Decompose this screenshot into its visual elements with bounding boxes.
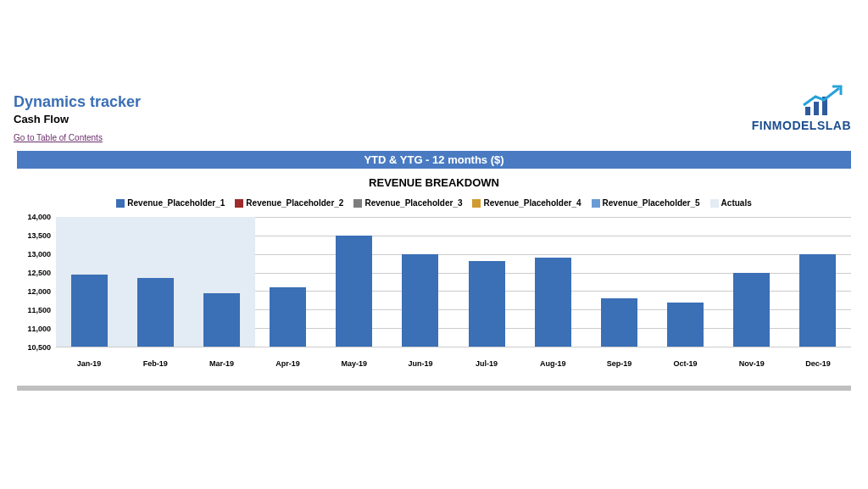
scroll-bar[interactable] bbox=[17, 386, 851, 391]
x-label: Oct-19 bbox=[674, 359, 698, 368]
bar bbox=[535, 258, 571, 347]
y-tick: 11,500 bbox=[27, 306, 51, 314]
bar bbox=[469, 261, 505, 347]
x-label: May-19 bbox=[341, 359, 367, 368]
legend-swatch bbox=[116, 199, 125, 208]
svg-rect-0 bbox=[805, 107, 810, 115]
bar bbox=[601, 298, 637, 347]
y-tick: 12,000 bbox=[27, 287, 51, 296]
toc-link[interactable]: Go to Table of Contents bbox=[14, 133, 103, 142]
legend-swatch bbox=[353, 199, 362, 208]
x-label: Dec-19 bbox=[805, 359, 831, 368]
x-label: Jul-19 bbox=[476, 359, 498, 368]
legend-item: Revenue_Placeholder_2 bbox=[235, 198, 343, 208]
y-tick: 12,500 bbox=[27, 269, 51, 277]
legend-item: Revenue_Placeholder_5 bbox=[592, 198, 700, 208]
legend-label: Revenue_Placeholder_5 bbox=[603, 198, 700, 208]
section-bar: YTD & YTG - 12 months ($) bbox=[17, 151, 851, 169]
grid-line bbox=[56, 347, 851, 347]
legend-item: Revenue_Placeholder_1 bbox=[116, 198, 225, 208]
bar bbox=[137, 278, 174, 347]
bar bbox=[336, 236, 372, 347]
x-label: Sep-19 bbox=[607, 359, 632, 368]
x-label: Mar-19 bbox=[209, 359, 234, 368]
x-label: Nov-19 bbox=[739, 359, 765, 368]
legend-item: Revenue_Placeholder_3 bbox=[353, 198, 462, 208]
legend-item: Actuals bbox=[710, 198, 752, 208]
y-tick: 14,000 bbox=[27, 213, 51, 221]
y-axis: 10,50011,00011,50012,00012,50013,00013,5… bbox=[17, 217, 54, 347]
logo: FINMODELSLAB bbox=[752, 85, 851, 132]
legend-label: Revenue_Placeholder_4 bbox=[483, 198, 581, 208]
bar bbox=[799, 254, 836, 347]
x-label: Apr-19 bbox=[275, 359, 300, 368]
bar bbox=[71, 275, 108, 347]
page-title: Dynamics tracker bbox=[14, 93, 854, 111]
y-tick: 13,000 bbox=[27, 250, 51, 258]
bar bbox=[203, 293, 240, 347]
legend-label: Revenue_Placeholder_1 bbox=[127, 198, 225, 208]
x-label: Jan-19 bbox=[77, 359, 102, 368]
y-tick: 13,500 bbox=[27, 231, 51, 240]
x-axis: Jan-19Feb-19Mar-19Apr-19May-19Jun-19Jul-… bbox=[56, 353, 851, 373]
chart-plot bbox=[56, 217, 851, 347]
legend-swatch bbox=[592, 199, 600, 208]
svg-rect-1 bbox=[814, 102, 819, 115]
legend-swatch bbox=[710, 199, 719, 208]
bar bbox=[667, 303, 704, 347]
chart-title: REVENUE BREAKDOWN bbox=[0, 176, 868, 189]
logo-icon bbox=[800, 85, 851, 119]
page-subtitle: Cash Flow bbox=[14, 113, 854, 125]
legend-swatch bbox=[472, 199, 481, 208]
y-tick: 10,500 bbox=[27, 343, 51, 352]
x-label: Feb-19 bbox=[143, 359, 168, 368]
legend-item: Revenue_Placeholder_4 bbox=[472, 198, 581, 208]
bar bbox=[270, 287, 306, 347]
bar bbox=[402, 254, 438, 347]
x-label: Aug-19 bbox=[540, 359, 566, 368]
legend-label: Revenue_Placeholder_2 bbox=[246, 198, 343, 208]
bar bbox=[733, 273, 770, 347]
logo-text: FINMODELSLAB bbox=[752, 119, 851, 132]
legend-label: Actuals bbox=[721, 198, 752, 208]
chart-legend: Revenue_Placeholder_1Revenue_Placeholder… bbox=[0, 198, 868, 208]
legend-label: Revenue_Placeholder_3 bbox=[364, 198, 462, 208]
y-tick: 11,000 bbox=[27, 325, 51, 333]
legend-swatch bbox=[235, 199, 243, 208]
x-label: Jun-19 bbox=[408, 359, 432, 368]
chart-area: 10,50011,00011,50012,00012,50013,00013,5… bbox=[17, 212, 851, 373]
